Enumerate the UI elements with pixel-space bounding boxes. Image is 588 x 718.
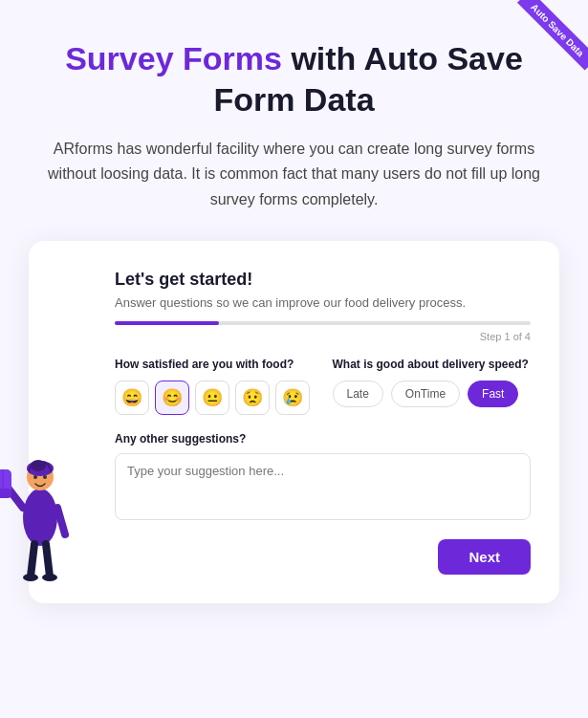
question-satisfaction: How satisfied are you with food? 😄 😊 😐 😟… (115, 358, 314, 415)
svg-line-5 (57, 508, 65, 534)
suggestion-label: Any other suggestions? (115, 432, 531, 446)
svg-line-6 (31, 544, 34, 577)
form-title: Let's get started! (115, 270, 531, 290)
page-headline: Survey Forms with Auto Save Form Data (29, 38, 559, 120)
questions-row: How satisfied are you with food? 😄 😊 😐 😟… (115, 358, 531, 415)
progress-bar-container (115, 321, 531, 325)
svg-line-7 (46, 544, 50, 577)
ribbon-label: Auto Save Data (517, 0, 588, 71)
progress-bar-fill (115, 321, 219, 325)
form-footer: Next (115, 539, 531, 575)
illustration (0, 393, 76, 584)
survey-card: Let's get started! Answer questions so w… (29, 241, 559, 603)
suggestion-textarea[interactable] (115, 453, 531, 520)
headline-highlight: Survey Forms (65, 40, 282, 76)
delivery-options: Late OnTime Fast (333, 381, 532, 407)
svg-rect-14 (0, 489, 11, 498)
page-description: ARforms has wonderful facility where you… (46, 137, 543, 212)
emoji-btn-1[interactable]: 😄 (115, 381, 149, 415)
emoji-btn-2[interactable]: 😊 (155, 381, 189, 415)
next-button[interactable]: Next (438, 539, 531, 575)
delivery-btn-ontime[interactable]: OnTime (391, 381, 460, 407)
page-wrapper: Survey Forms with Auto Save Form Data AR… (0, 0, 588, 632)
svg-point-15 (33, 475, 37, 479)
step-label: Step 1 of 4 (115, 331, 531, 342)
corner-ribbon: Auto Save Data (502, 0, 588, 86)
emoji-btn-4[interactable]: 😟 (235, 381, 270, 415)
form-area: Let's get started! Answer questions so w… (115, 270, 531, 575)
svg-point-8 (23, 574, 38, 581)
delivery-btn-fast[interactable]: Fast (468, 381, 518, 407)
svg-point-16 (43, 475, 47, 479)
delivery-btn-late[interactable]: Late (333, 381, 383, 407)
question-delivery-speed: What is good about delivery speed? Late … (333, 358, 532, 415)
form-subtitle: Answer questions so we can improve our f… (115, 295, 531, 310)
q1-label: How satisfied are you with food? (115, 358, 314, 371)
q2-label: What is good about delivery speed? (333, 358, 532, 371)
emoji-btn-3[interactable]: 😐 (195, 381, 229, 415)
emoji-btn-5[interactable]: 😢 (275, 381, 310, 415)
svg-point-9 (42, 574, 57, 581)
emoji-group: 😄 😊 😐 😟 😢 (115, 381, 314, 415)
svg-point-0 (23, 489, 57, 546)
